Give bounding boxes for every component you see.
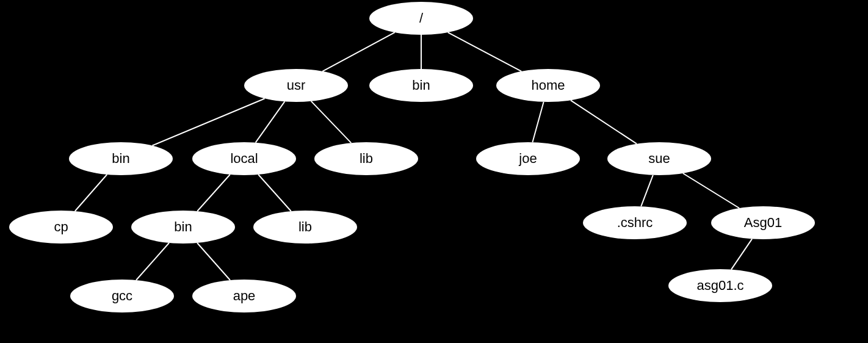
node-joe: joe [476,142,580,175]
node-gcc: gcc [70,280,174,312]
edge-root-home [448,32,521,71]
node-lib_usr: lib [314,142,418,175]
edge-root-usr [322,32,394,71]
node-cp: cp [9,211,113,244]
node-bin_usr: bin [69,142,173,175]
edge-bin_local-ape [197,243,230,280]
node-sue: sue [607,142,711,175]
edge-home-joe [532,102,543,142]
edge-local-bin_local [197,175,230,211]
edge-asg01_dir-asg01c [731,239,752,269]
edge-usr-local [256,101,285,142]
node-asg01c: asg01.c [668,269,772,302]
edge-home-sue [571,100,637,143]
edge-usr-bin_usr [152,98,264,145]
edge-bin_usr-cp [75,175,107,211]
edge-usr-lib_usr [311,101,351,143]
edge-sue-asg01_dir [683,173,739,208]
edge-sue-cshrc [641,175,653,206]
node-usr: usr [244,69,348,102]
node-local: local [192,142,296,175]
node-ape: ape [192,280,296,312]
node-bin_root: bin [369,69,473,102]
node-root: / [369,2,473,35]
node-bin_local: bin [131,211,235,244]
node-asg01_dir: Asg01 [711,206,815,239]
edge-bin_local-gcc [136,243,169,280]
node-home: home [496,69,600,102]
node-cshrc: .cshrc [583,206,687,239]
edge-local-lib_local [258,175,291,211]
node-lib_local: lib [253,211,357,244]
